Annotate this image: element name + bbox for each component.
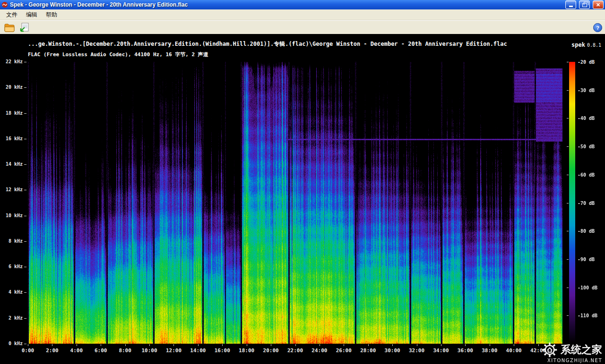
freq-tick-label: 16 kHz [2, 136, 23, 141]
folder-open-icon [4, 22, 15, 34]
title-bar[interactable]: Spek - George Winston - December - 20th … [0, 0, 605, 9]
time-tick-label: 28:00 [359, 347, 378, 354]
freq-tick-label: 14 kHz [2, 161, 23, 167]
time-tick-label: 16:00 [213, 347, 232, 354]
time-tick-mark [149, 344, 150, 346]
time-tick-mark [52, 344, 52, 346]
help-icon[interactable]: ? [593, 23, 602, 32]
db-tick-label: -40 dB [578, 116, 602, 121]
save-button[interactable] [17, 22, 30, 34]
db-tick-mark [567, 288, 569, 288]
watermark-title: 系统之家 [561, 343, 602, 357]
freq-tick-mark [24, 241, 26, 242]
time-tick-label: 6:00 [91, 347, 110, 354]
db-tick-mark [567, 259, 569, 260]
time-tick-label: 12:00 [164, 347, 183, 354]
time-tick-mark [392, 344, 393, 346]
time-tick-label: 40:00 [504, 347, 523, 354]
db-tick-label: -80 dB [578, 229, 602, 234]
db-tick-label: -70 dB [578, 201, 602, 206]
time-tick-mark [295, 344, 296, 346]
time-tick-mark [222, 344, 223, 346]
close-icon: ✕ [596, 1, 600, 8]
spectrogram-canvas [28, 62, 562, 344]
db-legend-gradient [569, 62, 575, 344]
freq-tick-label: 6 kHz [2, 264, 23, 269]
db-tick-label: -100 dB [578, 285, 602, 290]
db-tick-mark [567, 175, 569, 175]
time-tick-mark [101, 344, 101, 346]
db-tick-mark [567, 62, 569, 62]
db-tick-mark [567, 231, 569, 231]
time-tick-label: 26:00 [334, 347, 353, 354]
spek-app-icon [1, 1, 8, 8]
time-tick-label: 20:00 [261, 347, 280, 354]
minimize-button[interactable] [565, 0, 576, 9]
time-tick-mark [271, 344, 271, 346]
time-tick-label: 10:00 [140, 347, 159, 354]
restore-icon [582, 3, 587, 7]
time-tick-mark [465, 344, 466, 346]
db-tick-mark [567, 315, 569, 316]
app-version: spek0.8.1 [571, 40, 601, 49]
spectrogram-panel: ...ge.Winston.-.[December.20th.Anniversa… [0, 34, 605, 364]
db-tick-label: -20 dB [578, 59, 602, 65]
freq-tick-label: 18 kHz [2, 110, 23, 116]
time-tick-label: 18:00 [237, 347, 256, 354]
freq-tick-label: 2 kHz [2, 315, 23, 321]
time-tick-mark [173, 344, 174, 346]
time-tick-mark [417, 344, 417, 346]
menu-bar: 文件 编辑 帮助 [0, 9, 605, 20]
freq-tick-mark [24, 267, 26, 267]
time-tick-label: 8:00 [116, 347, 135, 354]
db-tick-mark [567, 90, 569, 91]
db-tick-label: -30 dB [578, 88, 602, 93]
time-tick-label: 2:00 [43, 347, 61, 354]
time-tick-mark [344, 344, 344, 346]
db-tick-mark [567, 118, 569, 119]
time-tick-mark [198, 344, 199, 346]
freq-tick-label: 8 kHz [2, 238, 23, 244]
time-tick-mark [320, 344, 320, 346]
format-info: FLAC (Free Lossless Audio Codec), 44100 … [28, 51, 208, 58]
freq-tick-label: 22 kHz [2, 59, 23, 64]
time-tick-mark [490, 344, 490, 346]
close-button[interactable]: ✕ [593, 0, 604, 9]
freq-tick-mark [24, 292, 26, 293]
time-tick-mark [538, 344, 539, 346]
app-version-number: 0.8.1 [587, 42, 601, 48]
freq-tick-label: 0 kHz [2, 341, 23, 346]
restore-button[interactable] [579, 0, 590, 9]
freq-tick-mark [24, 216, 26, 216]
time-tick-mark [77, 344, 77, 346]
file-label: ...ge.Winston.-.[December.20th.Anniversa… [28, 40, 562, 48]
freq-tick-mark [24, 344, 26, 344]
time-tick-label: 24:00 [310, 347, 329, 354]
freq-tick-mark [24, 113, 26, 114]
watermark-gear-logo [542, 342, 558, 358]
menu-file[interactable]: 文件 [2, 10, 22, 20]
time-tick-label: 34:00 [432, 347, 450, 354]
spek-window: Spek - George Winston - December - 20th … [0, 0, 605, 364]
time-tick-mark [514, 344, 514, 346]
db-tick-label: -90 dB [578, 257, 602, 262]
freq-tick-label: 10 kHz [2, 213, 23, 218]
freq-tick-mark [24, 190, 26, 190]
freq-tick-mark [24, 139, 26, 139]
freq-tick-mark [24, 87, 26, 88]
window-title: Spek - George Winston - December - 20th … [10, 0, 562, 9]
time-tick-mark [247, 344, 247, 346]
time-tick-mark [125, 344, 126, 346]
time-tick-label: 0:00 [18, 347, 37, 354]
db-tick-mark [567, 203, 569, 203]
menu-edit[interactable]: 编辑 [22, 10, 42, 20]
open-file-button[interactable] [3, 22, 16, 34]
freq-tick-mark [24, 318, 26, 319]
menu-help[interactable]: 帮助 [42, 10, 61, 20]
watermark-subtitle: XITONGZHIJIA.NET [547, 358, 602, 363]
time-tick-mark [368, 344, 369, 346]
freq-tick-mark [24, 164, 26, 165]
time-tick-label: 38:00 [480, 347, 499, 354]
time-tick-label: 36:00 [456, 347, 475, 354]
minimize-icon [569, 6, 573, 7]
